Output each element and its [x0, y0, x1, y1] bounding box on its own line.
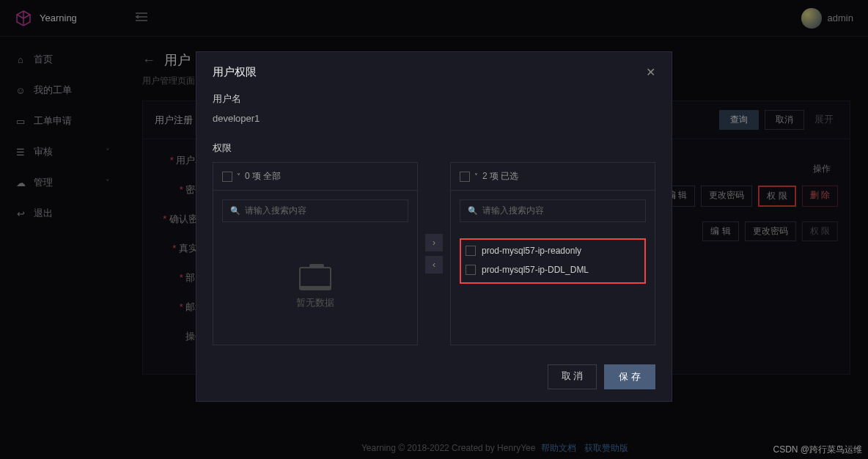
user-label: 用户名 [213, 92, 655, 106]
empty-icon [299, 267, 331, 290]
item-checkbox[interactable] [466, 265, 476, 275]
item-checkbox[interactable] [466, 246, 476, 256]
transfer-left-button[interactable]: ‹ [425, 256, 443, 273]
chevron-down-icon[interactable]: ˅ [474, 172, 478, 180]
search-placeholder: 请输入搜索内容 [482, 205, 544, 217]
select-all-checkbox[interactable] [460, 172, 470, 182]
perm-label: 权限 [213, 142, 655, 155]
chevron-down-icon[interactable]: ˅ [237, 172, 240, 180]
modal-save-button[interactable]: 保 存 [604, 364, 655, 389]
source-search[interactable]: 🔍 请输入搜索内容 [222, 199, 408, 222]
user-value: developer1 [213, 113, 655, 124]
transfer-right-button[interactable]: › [425, 234, 443, 251]
perm-item[interactable]: prod-mysql57-ip-DDL_DML [463, 260, 643, 279]
watermark: CSDN @跨行菜鸟运维 [773, 444, 862, 456]
perm-item[interactable]: prod-mysql57-ip-readonly [463, 241, 643, 260]
user-permission-modal: 用户权限 ✕ 用户名 developer1 权限 ˅ 0 项 全部 🔍 请输入搜… [196, 51, 672, 402]
source-header: 0 项 全部 [245, 170, 281, 183]
target-search[interactable]: 🔍 请输入搜索内容 [460, 199, 646, 222]
search-icon: 🔍 [230, 206, 240, 216]
perm-item-label: prod-mysql57-ip-DDL_DML [482, 265, 589, 275]
empty-text: 暂无数据 [296, 296, 334, 309]
perm-item-label: prod-mysql57-ip-readonly [482, 246, 581, 256]
select-all-checkbox[interactable] [222, 172, 232, 182]
search-placeholder: 请输入搜索内容 [245, 205, 306, 217]
modal-overlay: 用户权限 ✕ 用户名 developer1 权限 ˅ 0 项 全部 🔍 请输入搜… [0, 0, 868, 459]
transfer-source-panel: ˅ 0 项 全部 🔍 请输入搜索内容 暂无数据 [213, 162, 418, 345]
transfer-target-panel: ˅ 2 项 已选 🔍 请输入搜索内容 prod-mysql57-ip-reado… [450, 162, 655, 345]
search-icon: 🔍 [468, 206, 478, 216]
modal-title: 用户权限 [213, 65, 257, 79]
close-icon[interactable]: ✕ [646, 65, 655, 79]
modal-cancel-button[interactable]: 取 消 [548, 364, 597, 389]
target-header: 2 项 已选 [482, 170, 518, 183]
